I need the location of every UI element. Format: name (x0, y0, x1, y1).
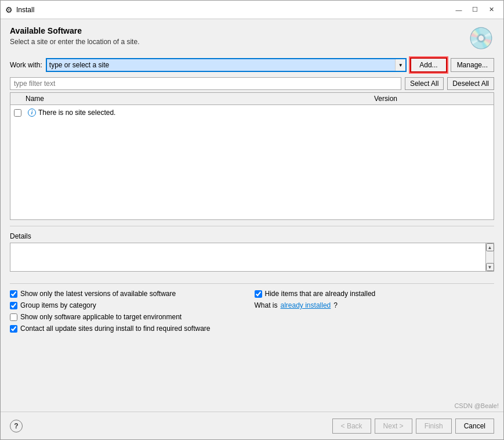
title-bar: ⚙ Install — ☐ ✕ (1, 1, 503, 19)
option-latest-versions-label: Show only the latest versions of availab… (20, 290, 176, 298)
col-version-header: Version (374, 95, 490, 103)
option-hide-installed-label: Hide items that are already installed (265, 290, 376, 298)
bottom-bar: ? < Back Next > Finish Cancel (1, 412, 503, 439)
bottom-left: ? (10, 420, 23, 432)
help-button[interactable]: ? (10, 420, 23, 432)
options-col-right: Hide items that are already installed Wh… (255, 290, 495, 336)
option-hide-installed: Hide items that are already installed (255, 290, 495, 298)
minimize-button[interactable]: — (451, 4, 466, 16)
header-section: Available Software Select a site or ente… (10, 26, 494, 51)
option-group-category-label: Group items by category (20, 301, 96, 309)
already-installed-suffix: ? (333, 301, 338, 309)
option-contact-sites-label: Contact all update sites during install … (20, 324, 211, 333)
table-row: i There is no site selected. (14, 109, 115, 117)
details-label: Details (10, 232, 494, 240)
option-group-category-checkbox[interactable] (10, 302, 17, 309)
main-content: Available Software Select a site or ente… (1, 19, 503, 412)
already-installed-prefix: What is (255, 301, 278, 309)
row-checkbox-cell (14, 109, 26, 117)
window-title: Install (16, 6, 34, 14)
option-hide-installed-checkbox[interactable] (255, 290, 262, 298)
finish-button[interactable]: Finish (416, 419, 452, 434)
filter-row: Select All Deselect All (10, 77, 494, 90)
no-site-message: There is no site selected. (38, 109, 115, 117)
options-section: Show only the latest versions of availab… (10, 290, 494, 336)
filter-input[interactable] (10, 77, 401, 90)
window-icon: ⚙ (5, 5, 13, 15)
separator-2 (10, 283, 494, 284)
chevron-down-icon: ▼ (398, 63, 403, 68)
option-target-environment-checkbox[interactable] (10, 313, 17, 321)
work-with-input[interactable] (47, 59, 395, 71)
option-group-category: Group items by category (10, 301, 250, 309)
option-contact-sites-checkbox[interactable] (10, 325, 17, 333)
cancel-button[interactable]: Cancel (455, 419, 494, 434)
options-col-left: Show only the latest versions of availab… (10, 290, 250, 336)
close-button[interactable]: ✕ (484, 4, 499, 16)
software-table: Name Version i There is no site selected… (10, 92, 494, 220)
scroll-down-button[interactable]: ▼ (486, 263, 494, 271)
already-installed-link[interactable]: already installed (281, 301, 331, 309)
page-title: Available Software (10, 26, 139, 35)
option-target-environment: Show only software applicable to target … (10, 313, 250, 321)
table-header: Name Version (10, 93, 494, 105)
back-button[interactable]: < Back (332, 419, 371, 434)
work-with-label: Work with: (10, 61, 42, 69)
table-body: i There is no site selected. (10, 105, 494, 219)
row-checkbox[interactable] (14, 109, 21, 117)
title-controls: — ☐ ✕ (451, 4, 499, 16)
install-window: ⚙ Install — ☐ ✕ Available Software Selec… (0, 0, 504, 440)
header-text: Available Software Select a site or ente… (10, 26, 139, 46)
separator-1 (10, 226, 494, 226)
next-button[interactable]: Next > (375, 419, 412, 434)
option-contact-sites: Contact all update sites during install … (10, 324, 250, 333)
bottom-right: < Back Next > Finish Cancel (332, 419, 494, 434)
header-icon: 💿 (468, 26, 494, 51)
add-button[interactable]: Add... (410, 57, 447, 73)
scroll-up-button[interactable]: ▲ (486, 243, 494, 251)
option-target-environment-label: Show only software applicable to target … (20, 313, 182, 321)
details-box: ▲ ▼ (10, 243, 494, 272)
details-scrollbar: ▲ ▼ (485, 243, 494, 271)
option-already-installed-row: What is already installed ? (255, 301, 495, 309)
header-checkbox-cell (14, 95, 26, 103)
page-subtitle: Select a site or enter the location of a… (10, 38, 139, 46)
select-all-button[interactable]: Select All (405, 77, 444, 90)
deselect-all-button[interactable]: Deselect All (447, 77, 494, 90)
work-with-row: Work with: ▼ Add... Manage... (10, 57, 494, 73)
maximize-button[interactable]: ☐ (467, 4, 483, 16)
option-latest-versions-checkbox[interactable] (10, 290, 17, 298)
work-with-input-wrap: ▼ (46, 58, 407, 72)
info-icon: i (28, 109, 36, 117)
col-name-header: Name (26, 95, 374, 103)
work-with-dropdown-button[interactable]: ▼ (395, 59, 405, 71)
option-latest-versions: Show only the latest versions of availab… (10, 290, 250, 298)
details-section: Details ▲ ▼ (10, 232, 494, 272)
manage-button[interactable]: Manage... (451, 58, 494, 72)
